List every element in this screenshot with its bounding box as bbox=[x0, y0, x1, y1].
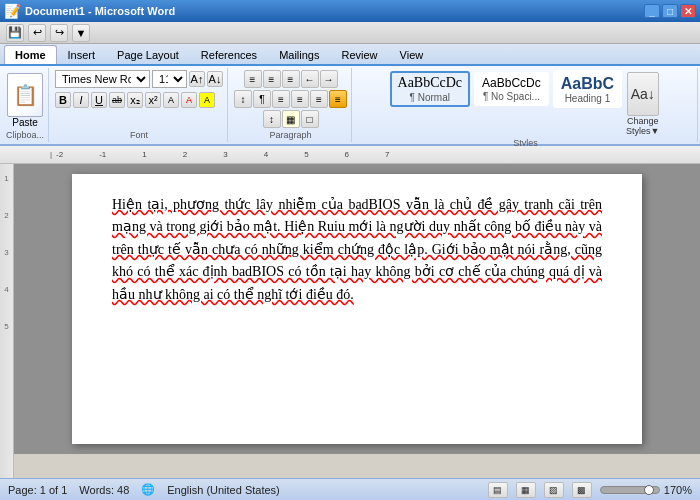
view-web-button[interactable]: ▨ bbox=[544, 482, 564, 498]
decrease-font-button[interactable]: A↓ bbox=[207, 71, 223, 87]
zoom-bar: 170% bbox=[600, 484, 692, 496]
tab-insert[interactable]: Insert bbox=[57, 45, 107, 64]
document-page[interactable]: Hiện tại, phương thức lây nhiễm của badB… bbox=[72, 174, 642, 444]
font-group-label: Font bbox=[130, 130, 148, 140]
font-row1: Times New Roman Arial Calibri 11 10 12 1… bbox=[55, 70, 223, 88]
italic-button[interactable]: I bbox=[73, 92, 89, 108]
status-bar: Page: 1 of 1 Words: 48 🌐 English (United… bbox=[0, 478, 700, 500]
style-normal-label: ¶ Normal bbox=[398, 92, 463, 103]
zoom-slider[interactable] bbox=[600, 486, 660, 494]
increase-indent-button[interactable]: → bbox=[320, 70, 338, 88]
vertical-ruler: 1 2 3 4 5 bbox=[0, 164, 14, 478]
style-heading1[interactable]: AaBbC Heading 1 bbox=[553, 70, 622, 108]
style-normal-preview: AaBbCcDc bbox=[398, 75, 463, 92]
clear-format-button[interactable]: A bbox=[163, 92, 179, 108]
status-right: ▤ ▦ ▨ ▩ 170% bbox=[488, 482, 692, 498]
app-window: 📝 Document1 - Microsoft Word _ □ ✕ 💾 ↩ ↪… bbox=[0, 0, 700, 500]
title-bar-left: 📝 Document1 - Microsoft Word bbox=[4, 3, 175, 19]
ribbon-group-styles: AaBbCcDc ¶ Normal AaBbCcDc ¶ No Spaci...… bbox=[354, 68, 698, 142]
paste-button[interactable]: 📋 Paste bbox=[7, 73, 43, 128]
font-size-select[interactable]: 11 10 12 14 bbox=[152, 70, 187, 88]
bullets-button[interactable]: ≡ bbox=[244, 70, 262, 88]
shading-button[interactable]: ▦ bbox=[282, 110, 300, 128]
style-normal[interactable]: AaBbCcDc ¶ Normal bbox=[390, 71, 471, 107]
highlight-button[interactable]: A bbox=[199, 92, 215, 108]
line-spacing-button[interactable]: ↕ bbox=[263, 110, 281, 128]
style-no-spacing[interactable]: AaBbCcDc ¶ No Spaci... bbox=[474, 72, 549, 105]
para-row3: ↕ ▦ □ bbox=[263, 110, 319, 128]
change-styles-icon: Aa↓ bbox=[627, 72, 659, 116]
language-indicator[interactable]: English (United States) bbox=[167, 484, 280, 496]
font-row2: B I U ab x₂ x² A A A bbox=[55, 92, 215, 108]
multilevel-button[interactable]: ≡ bbox=[282, 70, 300, 88]
tab-view[interactable]: View bbox=[389, 45, 435, 64]
font-name-select[interactable]: Times New Roman Arial Calibri bbox=[55, 70, 150, 88]
bold-button[interactable]: B bbox=[55, 92, 71, 108]
style-h1-label: Heading 1 bbox=[561, 93, 614, 104]
maximize-button[interactable]: □ bbox=[662, 4, 678, 18]
superscript-button[interactable]: x² bbox=[145, 92, 161, 108]
align-left-button[interactable]: ≡ bbox=[272, 90, 290, 108]
window-controls: _ □ ✕ bbox=[644, 4, 696, 18]
style-nospace-label: ¶ No Spaci... bbox=[482, 91, 541, 102]
style-h1-preview: AaBbC bbox=[561, 74, 614, 93]
view-read-button[interactable]: ▩ bbox=[572, 482, 592, 498]
title-bar: 📝 Document1 - Microsoft Word _ □ ✕ bbox=[0, 0, 700, 22]
tab-page-layout[interactable]: Page Layout bbox=[106, 45, 190, 64]
justify-button[interactable]: ≡ bbox=[329, 90, 347, 108]
ribbon-group-clipboard: 📋 Paste Clipboa... bbox=[2, 68, 49, 142]
style-items: AaBbCcDc ¶ Normal AaBbCcDc ¶ No Spaci...… bbox=[390, 70, 623, 108]
ruler-left-margin: | bbox=[50, 150, 52, 159]
view-normal-button[interactable]: ▤ bbox=[488, 482, 508, 498]
document-text[interactable]: Hiện tại, phương thức lây nhiễm của badB… bbox=[112, 194, 602, 306]
tab-references[interactable]: References bbox=[190, 45, 268, 64]
change-styles-button[interactable]: Aa↓ ChangeStyles▼ bbox=[624, 70, 661, 138]
paragraph-content: ≡ ≡ ≡ ← → ↕ ¶ ≡ ≡ ≡ ≡ ↕ ▦ □ bbox=[234, 70, 347, 130]
style-nospace-preview: AaBbCcDc bbox=[482, 76, 541, 90]
para-row2: ↕ ¶ ≡ ≡ ≡ ≡ bbox=[234, 90, 347, 108]
close-button[interactable]: ✕ bbox=[680, 4, 696, 18]
borders-button[interactable]: □ bbox=[301, 110, 319, 128]
document-area[interactable]: Hiện tại, phương thức lây nhiễm của badB… bbox=[14, 164, 700, 454]
paste-icon: 📋 bbox=[7, 73, 43, 117]
window-title: Document1 - Microsoft Word bbox=[25, 5, 175, 17]
clipboard-group-label: Clipboa... bbox=[6, 130, 44, 140]
customize-qa-button[interactable]: ▼ bbox=[72, 24, 90, 42]
minimize-button[interactable]: _ bbox=[644, 4, 660, 18]
font-color-button[interactable]: A bbox=[181, 92, 197, 108]
zoom-thumb bbox=[644, 485, 654, 495]
ribbon-tab-bar: Home Insert Page Layout References Maili… bbox=[0, 44, 700, 66]
doc-text-span: Hiện tại, phương thức lây nhiễm của badB… bbox=[112, 197, 602, 302]
increase-font-button[interactable]: A↑ bbox=[189, 71, 205, 87]
underline-button[interactable]: U bbox=[91, 92, 107, 108]
undo-qa-button[interactable]: ↩ bbox=[28, 24, 46, 42]
para-row1: ≡ ≡ ≡ ← → bbox=[244, 70, 338, 88]
main-content-area: 1 2 3 4 5 Hiện tại, phương thức lây nhiễ… bbox=[0, 164, 700, 478]
decrease-indent-button[interactable]: ← bbox=[301, 70, 319, 88]
numbering-button[interactable]: ≡ bbox=[263, 70, 281, 88]
font-content: Times New Roman Arial Calibri 11 10 12 1… bbox=[55, 70, 223, 130]
paragraph-group-label: Paragraph bbox=[270, 130, 312, 140]
horizontal-ruler: | -2 -1 1 2 3 4 5 6 7 bbox=[0, 146, 700, 164]
quick-access-toolbar: 💾 ↩ ↪ ▼ bbox=[0, 22, 700, 44]
tab-mailings[interactable]: Mailings bbox=[268, 45, 330, 64]
ribbon-group-font: Times New Roman Arial Calibri 11 10 12 1… bbox=[51, 68, 228, 142]
tab-review[interactable]: Review bbox=[330, 45, 388, 64]
tab-home[interactable]: Home bbox=[4, 45, 57, 64]
ruler-marks: -2 -1 1 2 3 4 5 6 7 bbox=[56, 150, 389, 159]
redo-qa-button[interactable]: ↪ bbox=[50, 24, 68, 42]
save-qa-button[interactable]: 💾 bbox=[6, 24, 24, 42]
language-icon: 🌐 bbox=[141, 483, 155, 496]
word-count[interactable]: Words: 48 bbox=[79, 484, 129, 496]
view-full-button[interactable]: ▦ bbox=[516, 482, 536, 498]
change-styles-label: ChangeStyles▼ bbox=[626, 116, 659, 136]
zoom-level[interactable]: 170% bbox=[664, 484, 692, 496]
clipboard-content: 📋 Paste bbox=[7, 70, 43, 130]
styles-content: AaBbCcDc ¶ Normal AaBbCcDc ¶ No Spaci...… bbox=[390, 70, 662, 138]
align-center-button[interactable]: ≡ bbox=[291, 90, 309, 108]
subscript-button[interactable]: x₂ bbox=[127, 92, 143, 108]
strikethrough-button[interactable]: ab bbox=[109, 92, 125, 108]
sort-button[interactable]: ↕ bbox=[234, 90, 252, 108]
show-marks-button[interactable]: ¶ bbox=[253, 90, 271, 108]
align-right-button[interactable]: ≡ bbox=[310, 90, 328, 108]
